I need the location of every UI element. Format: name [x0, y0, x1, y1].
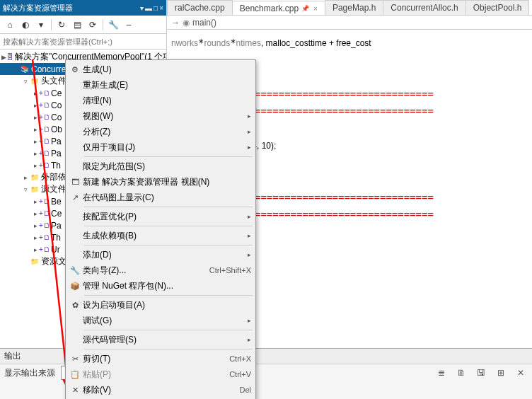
menu-item[interactable]: 分析(Z)▸ [66, 124, 255, 139]
menu-item-label: 清理(N) [83, 95, 251, 107]
menu-item: 📋粘贴(P)Ctrl+V [66, 366, 255, 382]
refresh-button[interactable]: ⟳ [86, 18, 100, 32]
menu-item-shortcut: Ctrl+V [229, 370, 251, 378]
menu-item-label: 重新生成(E) [83, 79, 251, 91]
menu-item[interactable]: ✕移除(V)Del [66, 382, 255, 398]
menu-item[interactable]: 清理(N) [66, 93, 255, 108]
menu-item-shortcut: Del [239, 386, 251, 394]
menu-item-label: 调试(G) [83, 315, 243, 327]
header-icon: +🗋 [40, 149, 50, 158]
pin-icon[interactable]: ▬ [145, 4, 152, 12]
menu-item-label: 粘贴(P) [83, 369, 222, 381]
menu-item-icon [67, 110, 83, 122]
tab[interactable]: ConcurrentAlloc.h [383, 0, 466, 15]
menu-item-icon [67, 160, 83, 173]
search-input[interactable] [3, 37, 163, 46]
toolbar-button[interactable]: – [122, 18, 136, 32]
menu-item-icon [67, 248, 83, 261]
folder-icon: 📁 [30, 257, 40, 267]
tab[interactable]: PageMap.h [325, 0, 383, 15]
menu-separator [84, 207, 253, 207]
menu-item-icon [67, 125, 83, 138]
maximize-icon[interactable]: □ [154, 4, 158, 12]
menu-item[interactable]: 源代码管理(S)▸ [66, 332, 255, 347]
output-button[interactable]: 🗎 [454, 366, 468, 380]
header-icon: +🗋 [40, 100, 50, 110]
menu-item-label: 视图(W) [83, 110, 243, 122]
explorer-toolbar: ⌂ ◐ ▾ ↻ ▤ ⟳ 🔧 – [0, 16, 166, 34]
sync-button[interactable]: ↻ [54, 18, 69, 32]
menu-item-label: 剪切(T) [83, 353, 222, 365]
menu-item[interactable]: 添加(D)▸ [66, 247, 255, 262]
menu-item-label: 按配置优化(P) [83, 211, 243, 223]
tab[interactable]: ObjectPool.h [466, 0, 530, 15]
output-button[interactable]: ⊞ [494, 366, 508, 380]
menu-separator [84, 330, 253, 330]
menu-item[interactable]: 📦管理 NuGet 程序包(N)... [66, 278, 255, 294]
submenu-arrow-icon: ▸ [248, 213, 251, 220]
panel-header: 解决方案资源管理器 ▾ ▬ □ × [0, 0, 166, 16]
menu-item-icon [67, 210, 83, 223]
home-button[interactable]: ⌂ [3, 18, 17, 32]
menu-item-shortcut: Ctrl+Shift+X [209, 266, 251, 274]
menu-item-label: 类向导(Z)... [83, 265, 202, 277]
properties-button[interactable]: 🔧 [106, 18, 120, 32]
toolbar-button[interactable]: ▤ [70, 18, 84, 32]
menu-item[interactable]: 限定为此范围(S) [66, 158, 255, 174]
close-icon[interactable]: × [313, 5, 318, 13]
menu-item-label: 新建 解决方案资源管理器 视图(N) [83, 176, 251, 188]
tab-active[interactable]: Benchmark.cpp📌× [232, 1, 325, 16]
breadcrumb[interactable]: → ◉ main() [167, 16, 532, 30]
menu-item-label: 分析(Z) [83, 126, 243, 138]
pin-icon[interactable]: 📌 [301, 5, 309, 12]
cpp-icon: +🗋 [40, 245, 50, 255]
menu-item-label: 在代码图上显示(C) [83, 192, 251, 204]
output-button[interactable]: 🖫 [474, 366, 488, 380]
menu-item-icon: 🗔 [67, 175, 83, 188]
output-button[interactable]: ≣ [434, 366, 449, 380]
menu-item[interactable]: 按配置优化(P)▸ [66, 209, 255, 224]
menu-item-icon: ✂ [67, 352, 83, 365]
menu-item-icon: 🔧 [67, 264, 83, 277]
menu-item[interactable]: 生成依赖项(B)▸ [66, 228, 255, 243]
close-icon[interactable]: × [159, 4, 163, 12]
toolbar-button[interactable]: ◐ [18, 18, 33, 32]
project-icon: 📚 [20, 64, 30, 74]
menu-item-label: 生成依赖项(B) [83, 230, 243, 242]
folder-icon: 📁 [30, 173, 40, 183]
breadcrumb-function: main() [192, 18, 216, 28]
submenu-arrow-icon: ▸ [248, 232, 251, 239]
separator [103, 19, 103, 30]
output-button[interactable]: ✕ [514, 366, 528, 380]
menu-item-icon: ✿ [67, 299, 83, 311]
tab[interactable]: ralCache.cpp [167, 0, 233, 15]
header-icon: +🗋 [40, 88, 50, 98]
menu-item[interactable]: 仅用于项目(J)▸ [66, 139, 255, 155]
menu-item[interactable]: 视图(W)▸ [66, 108, 255, 124]
submenu-arrow-icon: ▸ [248, 251, 251, 258]
header-icon: +🗋 [40, 112, 50, 122]
toolbar-button[interactable]: ▾ [34, 18, 48, 32]
editor-tabs: ralCache.cpp Benchmark.cpp📌× PageMap.h C… [167, 0, 532, 16]
menu-separator [84, 349, 253, 349]
menu-item[interactable]: 重新生成(E) [66, 77, 255, 93]
menu-item-label: 移除(V) [83, 384, 232, 396]
menu-item-label: 限定为此范围(S) [83, 161, 251, 173]
menu-item[interactable]: 调试(G)▸ [66, 313, 255, 328]
cpp-icon: +🗋 [40, 197, 50, 207]
menu-item[interactable]: ✂剪切(T)Ctrl+X [66, 351, 255, 366]
menu-item-shortcut: Ctrl+X [229, 354, 251, 363]
menu-item[interactable]: ⚙生成(U) [66, 62, 255, 77]
menu-item[interactable]: 🔧类向导(Z)...Ctrl+Shift+X [66, 262, 255, 278]
menu-item[interactable]: 🗔新建 解决方案资源管理器 视图(N) [66, 174, 255, 190]
search-box[interactable] [0, 34, 166, 50]
menu-item[interactable]: ↗在代码图上显示(C) [66, 190, 255, 205]
submenu-arrow-icon: ▸ [248, 336, 251, 343]
dropdown-icon[interactable]: ▾ [140, 4, 144, 12]
nav-arrow-icon: → [171, 18, 180, 28]
output-source-label: 显示输出来源 [4, 367, 55, 379]
menu-item-icon: ✕ [67, 383, 83, 396]
menu-item-label: 源代码管理(S) [83, 334, 243, 346]
menu-item-label: 设为启动项目(A) [83, 299, 251, 311]
menu-item[interactable]: ✿设为启动项目(A) [66, 297, 255, 313]
